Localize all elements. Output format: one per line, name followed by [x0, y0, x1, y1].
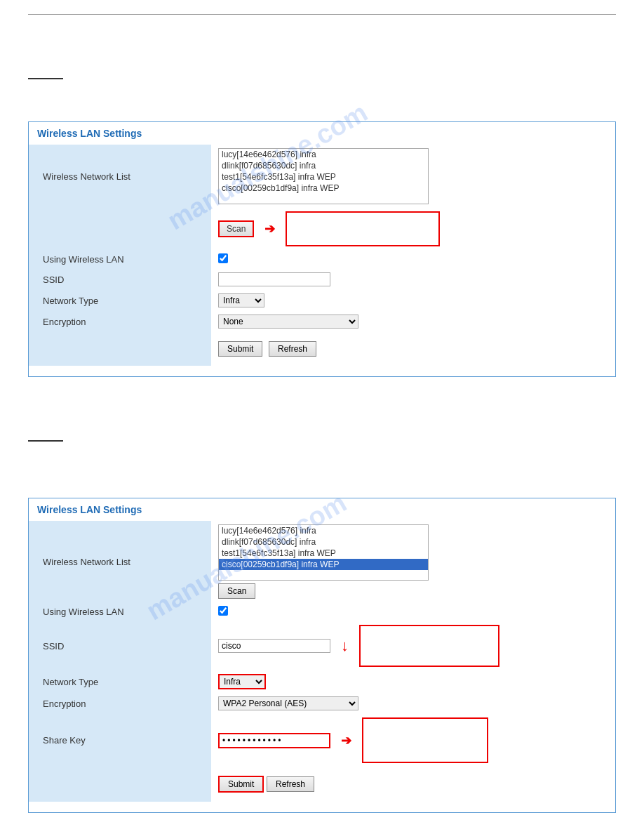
annotation-box-1: [286, 211, 440, 246]
share-key-input-2[interactable]: [218, 733, 330, 748]
using-wireless-label-2: Using Wireless LAN: [29, 602, 211, 621]
list-item[interactable]: lucy[14e6e462d576] infra: [219, 525, 428, 536]
ssid-flex-2: ↓: [218, 625, 608, 667]
share-key-flex-2: ➔: [218, 717, 608, 763]
submit-button-1[interactable]: Submit: [218, 341, 262, 357]
submit-button-2[interactable]: Submit: [218, 776, 264, 793]
arrow-down-2: ↓: [341, 637, 349, 655]
network-type-cell-2: Infra Ad Hoc: [211, 670, 615, 693]
encryption-cell-1: None WEP WPA Personal (TKIP) WPA2 Person…: [211, 311, 615, 332]
encryption-label-2: Encryption: [29, 693, 211, 714]
section-line-1: [28, 78, 63, 79]
spacer-2: [28, 398, 616, 426]
scan-button-1[interactable]: Scan: [218, 220, 254, 237]
network-type-label-1: Network Type: [29, 290, 211, 311]
list-item[interactable]: test1[54e6fc35f13a] infra WEP: [219, 548, 428, 559]
network-type-select-1[interactable]: Infra Ad Hoc: [218, 293, 264, 307]
share-key-label-2: Share Key: [29, 714, 211, 767]
ssid-input-1[interactable]: [218, 272, 330, 286]
encryption-cell-2: None WEP WPA Personal (TKIP) WPA2 Person…: [211, 693, 615, 714]
arrow-right-2: ➔: [341, 733, 351, 748]
network-list-label-1: Wireless Network List: [29, 145, 211, 208]
top-divider: [28, 14, 616, 15]
ssid-cell-1: [211, 269, 615, 290]
network-list-row-2: Wireless Network List lucy[14e6e462d576]…: [29, 521, 615, 602]
buttons-flex-2: Submit Refresh: [218, 770, 608, 798]
encryption-select-1[interactable]: None WEP WPA Personal (TKIP) WPA2 Person…: [218, 315, 358, 329]
encryption-select-2[interactable]: None WEP WPA Personal (TKIP) WPA2 Person…: [218, 696, 358, 710]
refresh-button-2[interactable]: Refresh: [267, 776, 314, 792]
network-list-label-2: Wireless Network List: [29, 521, 211, 602]
scan-button-2[interactable]: Scan: [218, 583, 255, 599]
buttons-empty-2: [29, 767, 211, 802]
arrow-right-1: ➔: [264, 221, 275, 237]
annotation-box-2: [359, 625, 499, 667]
network-list-cell-1: lucy[14e6e462d576] infra dlink[f07d68563…: [211, 145, 615, 208]
buttons-flex-1: Submit Refresh: [218, 336, 608, 362]
encryption-label-1: Encryption: [29, 311, 211, 332]
network-type-row-1: Network Type Infra Ad Hoc: [29, 290, 615, 311]
scan-label-empty-1: [29, 208, 211, 250]
using-wireless-cell-1: [211, 250, 615, 269]
refresh-button-1[interactable]: Refresh: [269, 341, 316, 357]
panel-1-title: Wireless LAN Settings: [29, 122, 615, 145]
using-wireless-row-1: Using Wireless LAN: [29, 250, 615, 269]
scan-flex-1: Scan ➔: [218, 211, 608, 246]
using-wireless-row-2: Using Wireless LAN: [29, 602, 615, 621]
encryption-row-2: Encryption None WEP WPA Personal (TKIP) …: [29, 693, 615, 714]
spacer-3: [28, 463, 616, 491]
scan-cell-1: Scan ➔: [211, 208, 615, 250]
watermark-container-1: manualshine.com Wireless Network List lu…: [29, 145, 615, 366]
share-key-cell-2: ➔: [211, 714, 615, 767]
network-type-row-2: Network Type Infra Ad Hoc: [29, 670, 615, 693]
wireless-settings-panel-1: Wireless LAN Settings manualshine.com Wi…: [28, 121, 616, 377]
network-list-box-1[interactable]: lucy[14e6e462d576] infra dlink[f07d68563…: [218, 148, 429, 204]
watermark-container-2: manualshine.com Wireless Network List lu…: [29, 521, 615, 802]
list-item[interactable]: dlink[f07d685630dc] infra: [219, 536, 428, 548]
network-type-label-2: Network Type: [29, 670, 211, 693]
network-type-cell-1: Infra Ad Hoc: [211, 290, 615, 311]
ssid-row-1: SSID: [29, 269, 615, 290]
buttons-cell-1: Submit Refresh: [211, 332, 615, 366]
encryption-row-1: Encryption None WEP WPA Personal (TKIP) …: [29, 311, 615, 332]
share-key-row-2: Share Key ➔: [29, 714, 615, 767]
panel-2-title: Wireless LAN Settings: [29, 498, 615, 521]
ssid-input-2[interactable]: [218, 639, 330, 653]
list-item[interactable]: lucy[14e6e462d576] infra: [219, 149, 428, 160]
network-list-cell-2: lucy[14e6e462d576] infra dlink[f07d68563…: [211, 521, 615, 602]
list-item-selected[interactable]: cisco[00259cb1df9a] infra WEP: [219, 559, 428, 570]
buttons-row-2: Submit Refresh: [29, 767, 615, 802]
using-wireless-label-1: Using Wireless LAN: [29, 250, 211, 269]
ssid-label-1: SSID: [29, 269, 211, 290]
spacer-1: [28, 100, 616, 114]
using-wireless-checkbox-1[interactable]: [218, 253, 228, 263]
network-type-select-2[interactable]: Infra Ad Hoc: [218, 674, 266, 689]
scan-row-2-inner: Scan: [218, 583, 608, 599]
list-item[interactable]: cisco[00259cb1df9a] infra WEP: [219, 183, 428, 194]
network-list-row-1: Wireless Network List lucy[14e6e462d576]…: [29, 145, 615, 208]
using-wireless-checkbox-2[interactable]: [218, 606, 228, 616]
buttons-cell-2: Submit Refresh: [211, 767, 615, 802]
section-line-2: [28, 440, 63, 442]
using-wireless-cell-2: [211, 602, 615, 621]
list-item[interactable]: test1[54e6fc35f13a] infra WEP: [219, 171, 428, 183]
network-list-box-2[interactable]: lucy[14e6e462d576] infra dlink[f07d68563…: [218, 524, 429, 581]
wireless-settings-panel-2: Wireless LAN Settings manualshine.com Wi…: [28, 498, 616, 813]
list-item[interactable]: dlink[f07d685630dc] infra: [219, 160, 428, 171]
ssid-cell-2: ↓: [211, 621, 615, 670]
settings-table-2: Wireless Network List lucy[14e6e462d576]…: [29, 521, 615, 802]
annotation-box-3: [362, 717, 488, 763]
ssid-label-2: SSID: [29, 621, 211, 670]
top-spacer: [28, 36, 616, 64]
buttons-empty-1: [29, 332, 211, 366]
settings-table-1: Wireless Network List lucy[14e6e462d576]…: [29, 145, 615, 366]
ssid-row-2: SSID ↓: [29, 621, 615, 670]
scan-row-1: Scan ➔: [29, 208, 615, 250]
buttons-row-1: Submit Refresh: [29, 332, 615, 366]
